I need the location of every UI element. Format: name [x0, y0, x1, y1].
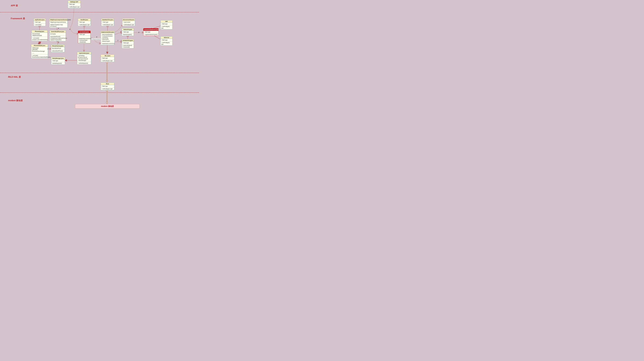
layer-label-rild: RILD HAL 层: [8, 76, 21, 78]
class-dc-tracker: DcTracker.java + field: type - createDat…: [78, 31, 90, 43]
class-methods: + method(type): type: [122, 24, 135, 26]
class-methods: makeDcTracker()->new DcTracker(): [50, 24, 68, 28]
class-title: DcNetworkAgent: [122, 39, 134, 42]
class-title: DisconnectParams: [122, 18, 135, 21]
class-fields: PhoneGlobals TelephonyGlobals: [32, 33, 48, 37]
class-fields: + field: type: [101, 57, 114, 60]
class-phone-app: PhoneApp.java PhoneGlobals TelephonyGlob…: [32, 30, 48, 41]
class-ethernet: Ethernet + field: type + method(type): t…: [160, 36, 172, 46]
class-methods: + onCrate() PhoneFactory.makeDefaultPhon…: [31, 54, 48, 58]
class-fields: - ApnSetting DcAsyncChannel - DcAsyncCha…: [77, 54, 91, 62]
class-settings-app: Settings APP + field: type + method(type…: [68, 0, 81, 8]
class-methods: + setWaitingApns(): [77, 62, 91, 64]
layer-label-app: APP 层: [11, 4, 18, 7]
class-methods: + method(type): type: [160, 42, 172, 46]
class-methods: +setWaitingApns(): [51, 62, 65, 64]
class-telephony-component-factory: TelephonyComponentFactory.java Telephony…: [49, 18, 68, 28]
divider-3: [0, 92, 199, 93]
class-wifi: Wifi + field: type + method(type): type: [160, 20, 172, 30]
class-title: ApnContext.java: [77, 52, 91, 54]
class-fields: TelephonyComponentFactory: [50, 21, 68, 24]
modem-driver-label: modem 驱动层: [101, 105, 114, 108]
class-title: RILD: [101, 83, 114, 85]
class-application: Application.java + field: type + onCreat…: [34, 18, 46, 26]
diagram-stage: APP 层 Framework 层 RILD HAL 层 modem 驱动层: [0, 0, 199, 110]
class-title: DataConnection.java: [101, 31, 114, 33]
class-fields: + ApnContext: [122, 21, 135, 24]
class-fields: + field: type: [34, 21, 46, 24]
class-fields: + field: type: [160, 39, 172, 42]
class-methods: - createDataConnection() - trySetupData(…: [78, 36, 90, 43]
divider-1: [0, 12, 199, 12]
class-title: Ethernet: [160, 36, 172, 39]
class-title: Wifi: [160, 20, 172, 23]
class-methods: + method(type): type: [101, 88, 114, 90]
class-handler: Handler.java + field: type + method(type…: [78, 18, 91, 26]
layer-label-modem: modem 驱动层: [8, 99, 23, 102]
class-fields: + field: type: [78, 21, 90, 24]
class-methods: GsmCdmaPhone() mTelephonyComponentFactor…: [50, 35, 66, 41]
class-dc-network-agent: DcNetworkAgent + field: type # networkSt…: [122, 39, 134, 48]
class-network-agent: NetworkAgent + field: type +NetworkAgent…: [122, 28, 134, 36]
class-fields: + field: type: [144, 31, 158, 33]
class-phone-factory: PhoneFactory.java GsmCdmaPhone makeDefau…: [51, 44, 65, 52]
class-methods: + method(type): type: [101, 24, 114, 26]
class-fields: + field: type: [101, 85, 114, 88]
class-title: PhoneGlobals.java: [31, 44, 48, 47]
seq-2: 2: [48, 48, 48, 50]
class-methods: +NetworkAgent(): [122, 33, 134, 36]
class-methods: +makeDataConnection(): [101, 42, 114, 45]
class-data-connection: DataConnection.java - DisconnectParams -…: [101, 31, 115, 45]
seq-4: 4: [58, 28, 59, 29]
class-rild: RILD + field: type + method(type): type: [101, 82, 114, 90]
class-title: PhoneFactory.java: [51, 45, 64, 47]
modem-driver-box: modem 驱动层: [75, 104, 140, 108]
seq-7: 7: [118, 40, 118, 42]
class-methods: + method(type): type: [160, 25, 172, 29]
class-methods: + registerNetworkAgent(): [144, 33, 158, 36]
class-title: Handler.java: [78, 18, 90, 21]
class-methods: + method(type): type: [101, 60, 114, 62]
class-fields: GsmCdmaPhone: [51, 47, 64, 50]
edges: [0, 0, 199, 110]
class-fields: CallManager CallNotifier PhoneInterfaceM…: [31, 47, 48, 54]
class-title: ConnectivityService.java: [144, 28, 158, 31]
divider-2: [0, 73, 199, 73]
class-fields: + field: type: [122, 31, 134, 33]
class-fields: + field: type: [122, 42, 134, 44]
class-title: GsmCdmaPhone.java: [50, 30, 66, 33]
class-methods: # networkStatus() # unwanted(): [122, 44, 134, 48]
class-gsm-cdma-phone: GsmCdmaPhone.java DcTracker GsmCdmaPhone…: [50, 30, 66, 41]
class-title: Settings APP: [68, 1, 80, 3]
class-fields: + field: type: [78, 33, 90, 36]
class-methods: + onCreate(): [34, 24, 46, 26]
class-title: RILJ.java: [101, 54, 114, 57]
class-title: TelephonyComponentFactory.java: [50, 18, 68, 21]
class-connectivity-service: ConnectivityService.java + field: type +…: [143, 28, 158, 36]
class-fields: - DisconnectParams - ConnectionParams - …: [101, 33, 114, 42]
class-methods: + method(type): type: [68, 6, 80, 8]
class-rilj: RILJ.java + field: type + method(type): …: [101, 54, 114, 62]
class-title: StateMachine.java: [101, 18, 114, 21]
class-title: RetryManager.java: [51, 57, 65, 60]
class-title: PhoneApp.java: [32, 30, 48, 33]
class-fields: + field: type: [51, 60, 65, 62]
seq-5: 5: [70, 29, 70, 30]
class-title: NetworkAgent: [122, 28, 134, 31]
class-phone-globals: PhoneGlobals.java CallManager CallNotifi…: [31, 44, 48, 58]
class-methods: + onCreate() prosess=com.android.phone: [32, 37, 48, 41]
class-apn-context: ApnContext.java - ApnSetting DcAsyncChan…: [77, 52, 91, 64]
class-methods: + method(type): type: [78, 24, 90, 26]
layer-label-framework: Framework 层: [11, 17, 25, 20]
class-fields: + field: type: [160, 23, 172, 25]
seq-6: 6: [96, 36, 97, 38]
class-retry-manager: RetryManager.java + field: type +setWait…: [51, 57, 65, 65]
annotation-full-async-channel: FullAsyncChannel: [91, 38, 101, 40]
class-fields: + field: type: [101, 21, 114, 24]
seq-8: 8: [138, 32, 139, 33]
class-disconnect-params: DisconnectParams + ApnContext + method(t…: [122, 18, 135, 26]
class-fields: + field: type: [68, 3, 80, 6]
class-fields: DcTracker: [50, 33, 66, 35]
class-title: DcTracker.java: [78, 31, 90, 33]
class-title: Application.java: [34, 18, 46, 21]
